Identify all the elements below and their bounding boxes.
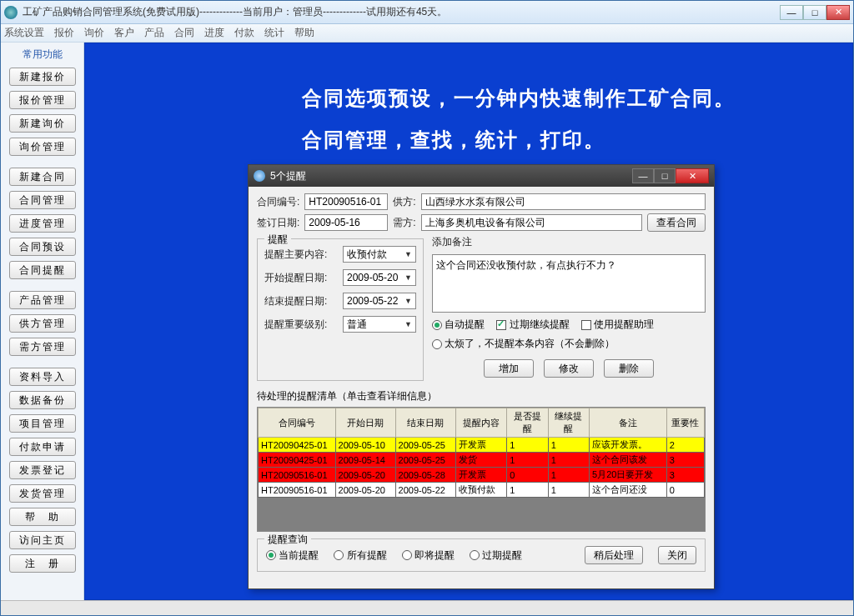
sidebar-register[interactable]: 注 册 xyxy=(9,554,76,573)
dialog-titlebar: 5个提醒 — □ ✕ xyxy=(249,165,714,187)
note-textarea[interactable]: 这个合同还没收预付款，有点执行不力？ xyxy=(432,254,706,313)
table-row[interactable]: HT20090425-012009-05-102009-05-25开发票11应该… xyxy=(259,438,705,453)
sidebar-data-backup[interactable]: 数据备份 xyxy=(9,391,76,409)
delete-button[interactable]: 删除 xyxy=(604,359,654,378)
promo-text-1: 合同选项预设，一分钟内快速制作工矿合同。 xyxy=(302,85,736,112)
chevron-down-icon: ▼ xyxy=(404,297,412,305)
start-date-select[interactable]: 2009-05-20▼ xyxy=(343,269,416,286)
sidebar-pay-apply[interactable]: 付款申请 xyxy=(9,438,76,456)
tired-radio[interactable]: 太烦了，不提醒本条内容（不会删除） xyxy=(432,337,615,351)
sidebar-new-inquiry[interactable]: 新建询价 xyxy=(9,114,76,133)
menu-quote[interactable]: 报价 xyxy=(54,26,74,40)
main-titlebar: 工矿产品购销合同管理系统(免费试用版)-------------当前用户：管理员… xyxy=(1,1,853,24)
dialog-close-btn[interactable]: 关闭 xyxy=(658,546,696,564)
maximize-button[interactable]: □ xyxy=(803,5,826,20)
dialog-icon xyxy=(254,170,265,182)
buyer-input[interactable] xyxy=(421,214,642,231)
sidebar-title: 常用功能 xyxy=(23,44,63,65)
remind-group-legend: 提醒 xyxy=(264,233,291,247)
app-icon xyxy=(4,6,18,19)
main-content-label: 提醒主要内容: xyxy=(264,248,338,262)
sidebar-buyer-mgmt[interactable]: 需方管理 xyxy=(9,338,76,356)
statusbar xyxy=(1,600,853,615)
dialog-title: 5个提醒 xyxy=(270,169,632,183)
dialog-minimize-button[interactable]: — xyxy=(632,168,654,183)
menu-customer[interactable]: 客户 xyxy=(114,26,134,40)
sidebar-shipping-mgmt[interactable]: 发货管理 xyxy=(9,484,76,503)
remind-group: 提醒 提醒主要内容: 收预付款▼ 开始提醒日期: 2009-05-20▼ 结束提… xyxy=(257,238,424,381)
sidebar-progress-mgmt[interactable]: 进度管理 xyxy=(9,214,76,233)
reminder-table[interactable]: 合同编号开始日期结束日期提醒内容是否提醒继续提醒备注重要性HT20090425-… xyxy=(257,407,706,532)
contract-no-input[interactable] xyxy=(304,193,388,210)
sidebar-new-quote[interactable]: 新建报价 xyxy=(9,68,76,86)
supplier-label: 供方: xyxy=(393,195,415,209)
dialog-close-button[interactable]: ✕ xyxy=(676,168,709,183)
add-button[interactable]: 增加 xyxy=(484,359,534,378)
query-group: 提醒查询 当前提醒 所有提醒 即将提醒 过期提醒 稍后处理 关闭 xyxy=(257,538,706,572)
continue-remind-check[interactable]: 过期继续提醒 xyxy=(496,318,569,332)
sidebar-contract-remind[interactable]: 合同提醒 xyxy=(9,261,76,279)
sidebar-help[interactable]: 帮 助 xyxy=(9,508,76,526)
menu-stats[interactable]: 统计 xyxy=(264,26,284,40)
sidebar-product-mgmt[interactable]: 产品管理 xyxy=(9,291,76,309)
promo-text-2: 合同管理，查找，统计，打印。 xyxy=(302,127,605,153)
reminder-dialog: 5个提醒 — □ ✕ 合同编号: 供方: 签订日期: xyxy=(248,164,715,589)
menubar: 系统设置 报价 询价 客户 产品 合同 进度 付款 统计 帮助 xyxy=(1,24,853,43)
sidebar-data-import[interactable]: 资料导入 xyxy=(9,368,76,386)
close-button[interactable]: ✕ xyxy=(826,5,850,20)
menu-system[interactable]: 系统设置 xyxy=(4,26,44,40)
sidebar-supplier-mgmt[interactable]: 供方管理 xyxy=(9,314,76,333)
menu-inquiry[interactable]: 询价 xyxy=(84,26,104,40)
menu-contract[interactable]: 合同 xyxy=(174,26,194,40)
main-window: 工矿产品购销合同管理系统(免费试用版)-------------当前用户：管理员… xyxy=(0,0,854,616)
chevron-down-icon: ▼ xyxy=(404,273,412,282)
level-select[interactable]: 普通▼ xyxy=(343,316,416,333)
view-contract-button[interactable]: 查看合同 xyxy=(647,213,706,232)
chevron-down-icon: ▼ xyxy=(404,250,412,258)
level-label: 提醒重要级别: xyxy=(264,318,338,332)
minimize-button[interactable]: — xyxy=(780,5,803,20)
menu-product[interactable]: 产品 xyxy=(144,26,164,40)
main-content-select[interactable]: 收预付款▼ xyxy=(343,246,416,263)
chevron-down-icon: ▼ xyxy=(404,320,412,328)
query-all-radio[interactable]: 所有提醒 xyxy=(334,548,386,563)
contract-no-label: 合同编号: xyxy=(257,195,299,209)
start-date-label: 开始提醒日期: xyxy=(264,271,338,285)
end-date-label: 结束提醒日期: xyxy=(264,294,338,308)
supplier-input[interactable] xyxy=(421,193,706,210)
sidebar-homepage[interactable]: 访问主页 xyxy=(9,531,76,549)
use-assistant-check[interactable]: 使用提醒助理 xyxy=(581,318,654,332)
sidebar-invoice-reg[interactable]: 发票登记 xyxy=(9,461,76,479)
auto-remind-radio[interactable]: 自动提醒 xyxy=(432,318,485,332)
sidebar-new-contract[interactable]: 新建合同 xyxy=(9,168,76,186)
list-caption: 待处理的提醒清单（单击查看详细信息） xyxy=(257,389,706,403)
dialog-maximize-button[interactable]: □ xyxy=(654,168,676,183)
table-row[interactable]: HT20090425-012009-05-142009-05-25发货11这个合… xyxy=(259,453,705,468)
query-legend: 提醒查询 xyxy=(264,533,311,547)
sidebar-contract-mgmt[interactable]: 合同管理 xyxy=(9,191,76,209)
menu-payment[interactable]: 付款 xyxy=(234,26,254,40)
table-row[interactable]: HT20090516-012009-05-202009-05-28开发票015月… xyxy=(259,468,705,483)
sidebar-contract-preset[interactable]: 合同预设 xyxy=(9,238,76,256)
main-title: 工矿产品购销合同管理系统(免费试用版)-------------当前用户：管理员… xyxy=(23,5,780,19)
sign-date-input[interactable] xyxy=(304,214,388,231)
buyer-label: 需方: xyxy=(393,216,415,230)
sidebar-quote-mgmt[interactable]: 报价管理 xyxy=(9,91,76,109)
content-area: 合同选项预设，一分钟内快速制作工矿合同。 合同管理，查找，统计，打印。 5个提醒… xyxy=(84,43,853,600)
menu-help[interactable]: 帮助 xyxy=(294,26,314,40)
later-button[interactable]: 稍后处理 xyxy=(585,546,643,564)
query-current-radio[interactable]: 当前提醒 xyxy=(266,548,319,563)
note-label: 添加备注 xyxy=(432,235,706,249)
sidebar-inquiry-mgmt[interactable]: 询价管理 xyxy=(9,138,76,156)
sign-date-label: 签订日期: xyxy=(257,216,299,230)
query-overdue-radio[interactable]: 过期提醒 xyxy=(470,548,522,563)
sidebar: 常用功能 新建报价 报价管理 新建询价 询价管理 新建合同 合同管理 进度管理 … xyxy=(1,43,84,600)
edit-button[interactable]: 修改 xyxy=(544,359,594,378)
sidebar-project-mgmt[interactable]: 项目管理 xyxy=(9,414,76,433)
end-date-select[interactable]: 2009-05-22▼ xyxy=(343,293,416,309)
table-row[interactable]: HT20090516-012009-05-202009-05-22收预付款11这… xyxy=(259,483,705,498)
menu-progress[interactable]: 进度 xyxy=(204,26,224,40)
query-coming-radio[interactable]: 即将提醒 xyxy=(402,548,455,563)
